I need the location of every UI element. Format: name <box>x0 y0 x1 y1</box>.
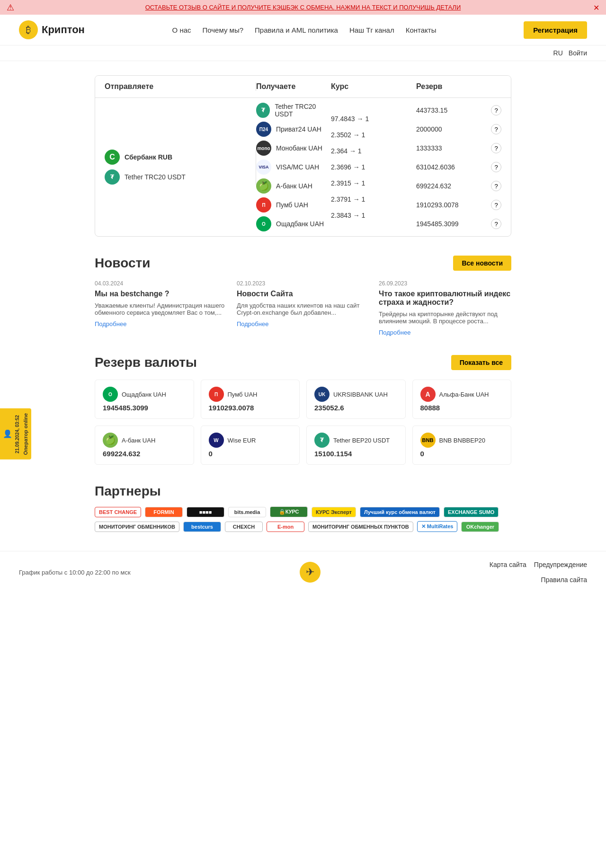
nav-why[interactable]: Почему мы? <box>203 26 244 34</box>
news-date-1: 02.10.2023 <box>237 280 369 287</box>
reserve-card-header-6: ₮ Tether BEP20 USDT <box>314 433 398 448</box>
banner-link[interactable]: ОСТАВЬТЕ ОТЗЫВ О САЙТЕ И ПОЛУЧИТЕ КЭШБЭК… <box>19 4 587 11</box>
reserve-card-6: ₮ Tether BEP20 USDT 15100.1154 <box>306 425 406 465</box>
register-button[interactable]: Регистрация <box>524 21 587 39</box>
reserve-card-5: W Wise EUR 0 <box>201 425 300 465</box>
col-header-rate: Курс <box>331 82 416 91</box>
banner-close-button[interactable]: ✕ <box>593 3 599 12</box>
operator-person-icon: 👤 <box>3 429 12 439</box>
partner-chexch[interactable]: CHEXCH <box>225 522 263 532</box>
footer-links: Карта сайта Предупреждение Правила сайта <box>490 561 587 584</box>
partner-bits[interactable]: bits.media <box>228 507 266 517</box>
reserve-help-3[interactable]: ? <box>491 162 501 172</box>
reserve-amount-7: 0 <box>420 450 504 458</box>
send-option-sberbank[interactable]: С Сбербанк RUB <box>105 150 246 165</box>
logo-text: Криптон <box>42 24 85 36</box>
reserve-show-button[interactable]: Показать все <box>451 355 511 370</box>
partner-monit2-label: МОНИТОРИНГ ОБМЕННЫХ ПУНКТОВ <box>312 524 409 530</box>
partner-monit[interactable]: МОНИТОРИНГ ОБМЕННИКОВ <box>95 522 179 532</box>
reserve-help-1[interactable]: ? <box>491 124 501 134</box>
reserve-icon-0: О <box>103 387 118 402</box>
reserve-card-header-0: О Ощадбанк UAH <box>103 387 186 402</box>
reserve-help-6[interactable]: ? <box>491 219 501 229</box>
exchange-header: Отправляете Получаете Курс Резерв <box>95 76 511 98</box>
reserve-name-5: Wise EUR <box>228 437 256 444</box>
reserve-icon-5: W <box>209 433 224 448</box>
partner-okchanger-label: OKchanger <box>466 524 494 530</box>
reserve-card-header-4: 🍏 А-банк UAH <box>103 433 186 448</box>
partner-multirates[interactable]: ✕ MultiRates <box>417 521 458 532</box>
partner-luch[interactable]: Лучший курс обмена валют <box>360 507 440 517</box>
partner-bestcurs[interactable]: bestcurs <box>183 522 221 532</box>
footer-schedule: График работы с 10:00 до 22:00 по мск <box>19 569 131 576</box>
reserve-amount-4: 699224.632 <box>103 450 186 458</box>
rate-0: 97.4843 → 1 <box>331 115 416 123</box>
reserve-amount-6: 15100.1154 <box>314 450 398 458</box>
rate-col: 97.4843 → 1 2.3502 → 1 2.364 → 1 2.3696 … <box>331 115 416 219</box>
reserve-1: 2000000 <box>416 125 442 133</box>
send-option-tether[interactable]: ₮ Tether TRC20 USDT <box>105 169 246 185</box>
nav-about[interactable]: О нас <box>172 26 191 34</box>
logo-icon: ₿ <box>19 20 38 39</box>
reserve-help-5[interactable]: ? <box>491 200 501 210</box>
partner-sec[interactable]: 🔒КУРС <box>270 506 308 517</box>
rate-4: 2.3915 → 1 <box>331 179 416 187</box>
partners-section: Партнеры BEST CHANGE FORMIN ■■■■ bits.me… <box>85 484 521 532</box>
login-link[interactable]: Войти <box>569 49 587 57</box>
news-title-2: Что такое криптовалютный индекс страха и… <box>379 290 511 307</box>
news-excerpt-1: Для удобства наших клиентов на наш сайт … <box>237 302 369 316</box>
news-more-1[interactable]: Подробнее <box>237 320 268 328</box>
operator-sidebar[interactable]: Оператор online 21.09.2024, 03:52 👤 <box>0 408 31 460</box>
receive-tether-icon: ₮ <box>256 103 270 118</box>
nav-rules[interactable]: Правила и AML политика <box>255 26 338 34</box>
news-excerpt-2: Трейдеры на крипторынке действуют под вл… <box>379 310 511 325</box>
footer-rules[interactable]: Правила сайта <box>541 576 587 584</box>
lang-select[interactable]: RU <box>553 49 563 57</box>
exchange-row[interactable]: С Сбербанк RUB ₮ Tether TRC20 USDT ₮ Tet… <box>95 98 511 236</box>
partner-monit-label: МОНИТОРИНГ ОБМЕННИКОВ <box>99 524 175 530</box>
partner-dark[interactable]: ■■■■ <box>187 507 224 517</box>
reserve-help-2[interactable]: ? <box>491 143 501 153</box>
partner-monit2[interactable]: МОНИТОРИНГ ОБМЕННЫХ ПУНКТОВ <box>308 522 413 532</box>
reserve-card-header-1: П Пумб UAH <box>209 387 292 402</box>
reserve-help-4[interactable]: ? <box>491 181 501 191</box>
news-section-header: Новости Все новости <box>95 256 511 271</box>
partner-bestchange[interactable]: BEST CHANGE <box>95 507 141 517</box>
nav-tg[interactable]: Наш Тг канал <box>349 26 394 34</box>
privat-label: Приват24 UAH <box>276 125 321 133</box>
operator-label: Оператор online <box>23 413 28 455</box>
partner-emon-label: E-mon <box>277 524 294 530</box>
partner-kurs[interactable]: КУРС Эксперт <box>312 507 356 517</box>
footer-sitemap[interactable]: Карта сайта <box>490 561 526 568</box>
nav-contacts[interactable]: Контакты <box>406 26 437 34</box>
reserve-name-3: Альфа-Банк UAH <box>439 391 489 398</box>
logo[interactable]: ₿ Криптон <box>19 20 85 39</box>
partner-dark-label: ■■■■ <box>199 509 212 515</box>
partner-exsud[interactable]: EXCHANGE SUMO <box>444 507 499 517</box>
partner-emon[interactable]: E-mon <box>267 522 304 532</box>
partners-title: Партнеры <box>95 484 511 499</box>
reserve-card-2: UK UKRSIBBANK UAH 235052.6 <box>306 380 406 419</box>
sberbank-icon: С <box>105 150 120 165</box>
partner-multirates-label: ✕ MultiRates <box>421 523 454 530</box>
rate-6: 2.3843 → 1 <box>331 212 416 219</box>
partner-exsud-label: EXCHANGE SUMO <box>448 509 494 515</box>
news-more-0[interactable]: Подробнее <box>95 320 126 328</box>
partner-kurs-label: КУРС Эксперт <box>316 509 352 515</box>
main-nav: О нас Почему мы? Правила и AML политика … <box>172 26 437 34</box>
partner-formin[interactable]: FORMIN <box>145 507 183 517</box>
telegram-button[interactable]: ✈ <box>300 562 321 583</box>
oschadbank-icon: О <box>256 216 271 231</box>
abank-label: А-банк UAH <box>276 182 312 190</box>
receive-tether[interactable]: ₮ Tether TRC20 USDT П24 Приват24 UAH mon… <box>256 103 331 231</box>
partner-okchanger[interactable]: OKchanger <box>461 522 499 532</box>
main-header: ₿ Криптон О нас Почему мы? Правила и AML… <box>0 15 606 45</box>
promo-banner[interactable]: ⚠ ОСТАВЬТЕ ОТЗЫВ О САЙТЕ И ПОЛУЧИТЕ КЭШБ… <box>0 0 606 15</box>
reserve-icon-2: UK <box>314 387 330 402</box>
news-more-2[interactable]: Подробнее <box>379 329 410 336</box>
mono-icon: mono <box>256 141 271 156</box>
footer-warning[interactable]: Предупреждение <box>534 561 587 568</box>
reserve-help-0[interactable]: ? <box>491 105 501 115</box>
reserve-card-header-3: А Альфа-Банк UAH <box>420 387 504 402</box>
news-all-button[interactable]: Все новости <box>453 256 511 271</box>
